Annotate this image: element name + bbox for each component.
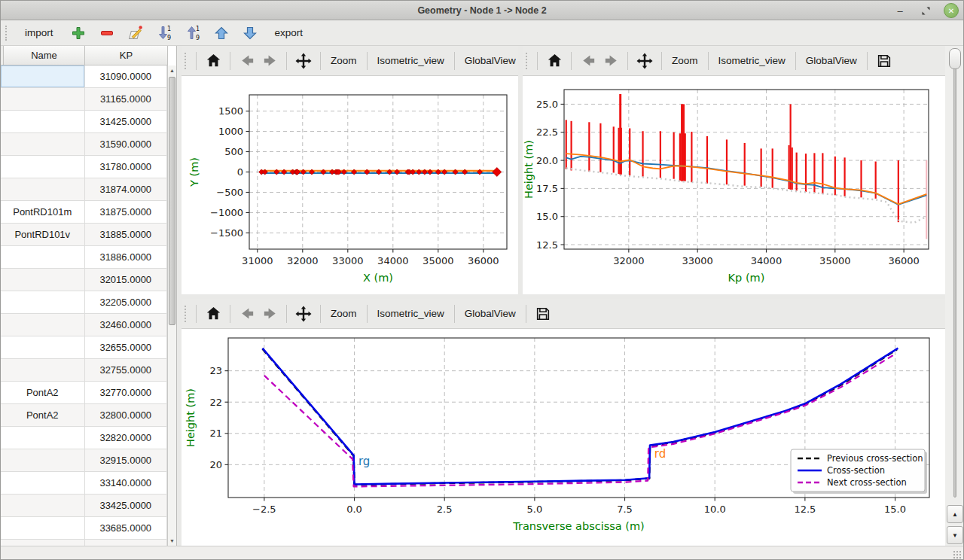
plot-toolbar-handle[interactable] — [185, 306, 189, 322]
cell-name[interactable] — [1, 336, 85, 359]
isometric-view-button[interactable]: Isometric_view — [373, 50, 449, 71]
long-profile-canvas[interactable]: 320003300034000350003600012.515.017.520.… — [523, 76, 945, 294]
sort-descending-button[interactable]: 19 — [153, 23, 175, 44]
cell-name[interactable] — [1, 156, 85, 178]
cell-name[interactable] — [1, 472, 85, 495]
cell-name[interactable] — [1, 359, 85, 382]
cross-section-canvas[interactable]: −2.50.02.55.07.510.012.515.020212223Tran… — [182, 329, 945, 546]
cell-kp[interactable]: 32800.0000 — [85, 404, 168, 427]
cell-name[interactable] — [1, 291, 85, 314]
maximize-button[interactable] — [918, 3, 933, 18]
cell-name[interactable] — [1, 449, 85, 472]
cell-kp[interactable]: 32015.0000 — [85, 269, 168, 291]
previous-section-button[interactable]: ▲ — [947, 505, 963, 523]
home-button[interactable] — [202, 303, 224, 325]
export-button[interactable]: export — [269, 24, 310, 41]
next-section-button[interactable]: ▼ — [947, 526, 963, 544]
cell-kp[interactable]: 31090.0000 — [85, 65, 168, 88]
cell-name[interactable] — [1, 88, 85, 111]
cell-kp[interactable]: 31590.0000 — [85, 133, 168, 156]
column-header-name[interactable]: Name — [4, 46, 85, 65]
back-button[interactable] — [236, 50, 258, 72]
move-up-button[interactable] — [210, 23, 233, 44]
cell-name[interactable] — [1, 517, 85, 540]
cell-name[interactable]: PontA2 — [1, 404, 85, 427]
cell-name[interactable]: PontRD101v — [1, 224, 85, 246]
pan-button[interactable] — [633, 50, 656, 72]
edit-button[interactable] — [124, 23, 147, 44]
resize-grip[interactable] — [953, 550, 962, 559]
plot-toolbar-handle[interactable] — [526, 53, 530, 69]
cell-kp[interactable]: 31425.0000 — [85, 111, 168, 133]
globalview-button[interactable]: GlobalView — [801, 50, 862, 71]
import-button[interactable]: import — [19, 24, 59, 41]
table-scrollbar[interactable]: ▲ ▼ — [167, 65, 176, 546]
cell-kp[interactable]: 31885.0000 — [85, 224, 168, 246]
cell-name[interactable] — [1, 495, 85, 517]
sort-ascending-button[interactable]: 19 — [182, 23, 204, 44]
cell-name[interactable] — [1, 314, 85, 336]
cell-kp[interactable]: 32820.0000 — [85, 427, 168, 449]
cell-name[interactable] — [1, 65, 85, 88]
section-slider[interactable] — [945, 48, 964, 502]
isometric-view-button[interactable]: Isometric_view — [373, 303, 449, 324]
isometric-view-button[interactable]: Isometric_view — [714, 50, 790, 71]
cell-kp[interactable]: 33425.0000 — [85, 495, 168, 517]
cell-kp[interactable]: 31886.0000 — [85, 246, 168, 269]
save-figure-button[interactable] — [532, 303, 554, 325]
cell-kp[interactable]: 32655.0000 — [85, 336, 168, 359]
globalview-button[interactable]: GlobalView — [460, 303, 520, 324]
cell-name[interactable]: PontRD101m — [1, 201, 85, 224]
cell-name[interactable] — [1, 178, 85, 201]
svg-text:35000: 35000 — [819, 255, 850, 266]
plot-toolbar-handle[interactable] — [185, 53, 189, 69]
remove-button[interactable] — [96, 23, 118, 44]
cell-kp[interactable]: 32755.0000 — [85, 359, 168, 382]
zoom-button[interactable]: Zoom — [326, 303, 362, 324]
cell-name[interactable] — [1, 427, 85, 449]
cell-kp[interactable]: 31780.0000 — [85, 156, 168, 178]
plan-view-canvas[interactable]: 310003200033000340003500036000−1500−1000… — [182, 76, 518, 294]
cell-kp[interactable]: 31875.0000 — [85, 201, 168, 224]
section-slider-track[interactable] — [953, 53, 956, 498]
toolbar-drag-handle[interactable] — [5, 26, 10, 41]
close-button[interactable]: ✕ — [944, 3, 959, 18]
section-slider-thumb[interactable] — [949, 48, 961, 69]
cell-name[interactable]: PontA2 — [1, 382, 85, 404]
zoom-button[interactable]: Zoom — [667, 50, 703, 71]
cell-kp[interactable]: 32915.0000 — [85, 449, 168, 472]
cell-kp[interactable]: 32460.0000 — [85, 314, 168, 336]
cell-name[interactable] — [1, 246, 85, 269]
column-header-kp[interactable]: KP — [85, 46, 168, 65]
add-button[interactable] — [67, 23, 90, 44]
table-row: 31090.0000 — [1, 65, 167, 88]
home-button[interactable] — [543, 50, 566, 72]
cell-name[interactable] — [1, 133, 85, 156]
zoom-button[interactable]: Zoom — [326, 50, 362, 71]
back-button[interactable] — [236, 303, 258, 325]
forward-button[interactable] — [258, 50, 281, 72]
minimize-button[interactable]: – — [892, 3, 908, 18]
forward-button[interactable] — [599, 50, 622, 72]
svg-text:20.0: 20.0 — [536, 155, 558, 166]
cell-kp[interactable]: 31874.0000 — [85, 178, 168, 201]
home-button[interactable] — [202, 50, 224, 72]
forward-button[interactable] — [258, 303, 281, 325]
cell-kp[interactable]: 31165.0000 — [85, 88, 168, 111]
pan-button[interactable] — [292, 50, 315, 72]
save-figure-button[interactable] — [873, 50, 895, 72]
cell-name[interactable] — [1, 269, 85, 291]
move-down-button[interactable] — [239, 23, 261, 44]
cell-name[interactable] — [1, 111, 85, 133]
back-button[interactable] — [577, 50, 599, 72]
globalview-button[interactable]: GlobalView — [460, 50, 518, 71]
titlebar[interactable]: Geometry - Node 1 -> Node 2 – ✕ — [1, 1, 963, 20]
cell-kp[interactable]: 33685.0000 — [85, 517, 168, 540]
cell-kp[interactable]: 32205.0000 — [85, 291, 168, 314]
cell-kp[interactable]: 32770.0000 — [85, 382, 168, 404]
scroll-down-icon[interactable]: ▼ — [168, 536, 176, 546]
pan-button[interactable] — [292, 303, 315, 325]
table-scrollbar-thumb[interactable] — [169, 77, 175, 325]
cell-kp[interactable]: 33140.0000 — [85, 472, 168, 495]
scroll-up-icon[interactable]: ▲ — [168, 65, 176, 75]
